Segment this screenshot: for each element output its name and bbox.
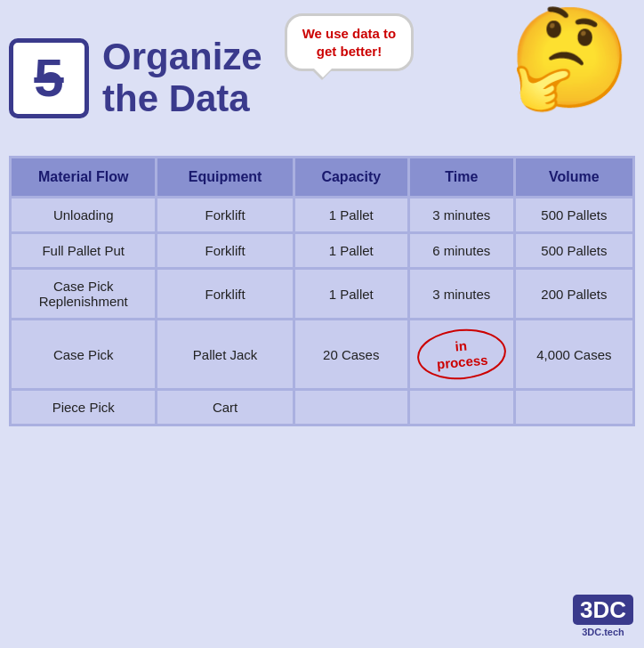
table-row: Full Pallet PutForklift1 Pallet6 minutes… bbox=[12, 234, 632, 267]
header-left: 5 Organize the Data bbox=[9, 36, 262, 118]
cell-material-flow: Unloading bbox=[12, 198, 155, 231]
col-header-material-flow: Material Flow bbox=[12, 158, 155, 196]
speech-text: We use data to get better! bbox=[302, 26, 397, 59]
col-header-equipment: Equipment bbox=[157, 158, 292, 196]
cell-capacity: 20 Cases bbox=[295, 320, 407, 388]
col-header-capacity: Capacity bbox=[295, 158, 407, 196]
table-row: Case Pick ReplenishmentForklift1 Pallet3… bbox=[12, 270, 632, 318]
step-number: 5 bbox=[34, 47, 63, 109]
cell-time: in process bbox=[410, 320, 513, 388]
page-title: Organize the Data bbox=[102, 36, 262, 118]
cell-material-flow: Piece Pick bbox=[12, 391, 155, 424]
cell-capacity: 1 Pallet bbox=[295, 198, 407, 231]
cell-volume: 500 Pallets bbox=[516, 198, 632, 231]
table-row: Case PickPallet Jack20 Casesin process4,… bbox=[12, 320, 632, 388]
cell-equipment: Forklift bbox=[157, 198, 292, 231]
logo-brand: 3DC bbox=[580, 596, 626, 623]
cell-volume: 4,000 Cases bbox=[516, 320, 632, 388]
table-row: Piece PickCart bbox=[12, 391, 632, 424]
cell-capacity: 1 Pallet bbox=[295, 270, 407, 318]
cell-equipment: Forklift bbox=[157, 234, 292, 267]
cell-time bbox=[410, 391, 513, 424]
logo-section: 3DC 3DC.tech bbox=[573, 595, 633, 637]
cell-volume: 200 Pallets bbox=[516, 270, 632, 318]
cell-capacity bbox=[295, 391, 407, 424]
cell-volume bbox=[516, 391, 632, 424]
cell-capacity: 1 Pallet bbox=[295, 234, 407, 267]
data-table: Material Flow Equipment Capacity Time Vo… bbox=[9, 156, 635, 426]
in-process-badge: in process bbox=[415, 326, 509, 384]
header-section: 5 Organize the Data We use data to get b… bbox=[9, 9, 635, 147]
logo-badge: 3DC bbox=[573, 595, 633, 625]
title-line1: Organize bbox=[102, 36, 262, 77]
cell-material-flow: Case Pick bbox=[12, 320, 155, 388]
title-line2: the Data bbox=[102, 77, 250, 119]
speech-bubble: We use data to get better! bbox=[285, 13, 414, 71]
table-row: UnloadingForklift1 Pallet3 minutes500 Pa… bbox=[12, 198, 632, 231]
step-number-badge: 5 bbox=[9, 38, 89, 118]
cell-material-flow: Full Pallet Put bbox=[12, 234, 155, 267]
cell-equipment: Cart bbox=[157, 391, 292, 424]
cell-volume: 500 Pallets bbox=[516, 234, 632, 267]
cell-equipment: Pallet Jack bbox=[157, 320, 292, 388]
cell-equipment: Forklift bbox=[157, 270, 292, 318]
col-header-time: Time bbox=[410, 158, 513, 196]
cell-time: 3 minutes bbox=[410, 270, 513, 318]
emoji-icon: 🤔 bbox=[509, 9, 631, 107]
col-header-volume: Volume bbox=[516, 158, 632, 196]
table-header-row: Material Flow Equipment Capacity Time Vo… bbox=[12, 158, 632, 196]
cell-time: 6 minutes bbox=[410, 234, 513, 267]
page-container: 5 Organize the Data We use data to get b… bbox=[0, 0, 644, 648]
cell-time: 3 minutes bbox=[410, 198, 513, 231]
cell-material-flow: Case Pick Replenishment bbox=[12, 270, 155, 318]
logo-url: 3DC.tech bbox=[573, 627, 633, 637]
